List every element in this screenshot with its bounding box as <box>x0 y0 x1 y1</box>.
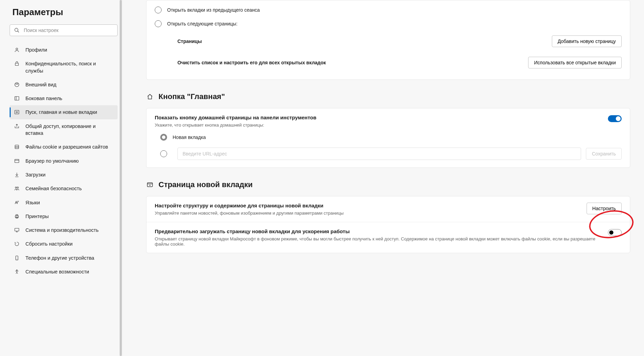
search-input[interactable] <box>24 28 113 33</box>
nav-item-profiles[interactable]: Профили <box>10 43 118 57</box>
svg-line-1 <box>18 31 19 32</box>
search-container[interactable] <box>10 24 118 36</box>
home-button-heading: Кнопка "Главная" <box>146 92 630 101</box>
radio-icon <box>155 7 162 13</box>
nav-item-accessibility[interactable]: Специальные возможности <box>10 265 118 279</box>
nav-item-sidebar[interactable]: Боковая панель <box>10 91 118 105</box>
newtab-customize-button[interactable]: Настроить <box>587 203 622 214</box>
nav-item-privacy[interactable]: Конфиденциальность, поиск и службы <box>10 57 118 78</box>
nav-item-share[interactable]: Общий доступ, копирование и вставка <box>10 119 118 140</box>
nav-item-system[interactable]: Система и производительность <box>10 223 118 237</box>
startup-card: Открыть вкладки из предыдущего сеанса От… <box>146 0 630 80</box>
nav-item-appearance[interactable]: Внешний вид <box>10 78 118 91</box>
power-icon <box>14 109 20 115</box>
settings-nav: Профили Конфиденциальность, поиск и служ… <box>10 43 118 279</box>
accessibility-icon <box>14 269 20 275</box>
home-url-save-button[interactable]: Сохранить <box>586 148 622 160</box>
reset-icon <box>14 241 20 247</box>
show-home-button-toggle[interactable] <box>608 115 622 122</box>
newtab-customize-row: Настройте структуру и содержимое для стр… <box>146 196 630 222</box>
nav-item-family[interactable]: Семейная безопасность <box>10 182 118 195</box>
radio-checked-icon <box>160 134 167 141</box>
download-icon <box>14 172 20 178</box>
home-radio-url-row: Сохранить <box>146 144 630 161</box>
newtab-preload-toggle[interactable] <box>608 229 622 236</box>
search-icon <box>14 28 20 33</box>
appearance-icon <box>14 82 20 88</box>
home-radio-newtab[interactable]: Новая вкладка <box>146 128 630 144</box>
sidebar-icon <box>14 95 20 101</box>
svg-rect-14 <box>15 159 19 162</box>
svg-point-0 <box>15 28 18 31</box>
share-icon <box>14 123 20 129</box>
show-home-button-row: Показать кнопку домашней страницы на пан… <box>146 108 630 128</box>
newtab-icon <box>146 181 154 188</box>
svg-point-17 <box>15 187 17 188</box>
radio-icon <box>155 20 162 27</box>
startup-clear-row: Очистить список и настроить его для всех… <box>146 52 630 73</box>
nav-item-default-browser[interactable]: Браузер по умолчанию <box>10 154 118 168</box>
family-icon <box>14 185 20 192</box>
nav-item-cookies[interactable]: Файлы cookie и разрешения сайтов <box>10 140 118 154</box>
home-button-card: Показать кнопку домашней страницы на пан… <box>146 108 630 168</box>
nav-item-phone[interactable]: Телефон и другие устройства <box>10 251 118 265</box>
svg-rect-9 <box>15 110 19 114</box>
settings-sidebar: Параметры Профили Конфиденциальность, по… <box>0 0 122 356</box>
svg-rect-7 <box>15 97 19 100</box>
nav-item-languages[interactable]: Языки <box>10 196 118 209</box>
language-icon <box>14 199 20 206</box>
browser-icon <box>14 158 20 164</box>
nav-item-downloads[interactable]: Загрузки <box>10 168 118 182</box>
newtab-card: Настройте структуру и содержимое для стр… <box>146 196 630 253</box>
startup-radio-specific-pages[interactable]: Открыть следующие страницы: <box>146 17 630 31</box>
printer-icon <box>14 213 20 219</box>
radio-icon[interactable] <box>160 150 167 157</box>
phone-icon <box>14 255 20 261</box>
settings-title: Параметры <box>12 7 118 18</box>
add-page-button[interactable]: Добавить новую страницу <box>552 35 622 47</box>
newtab-heading: Страница новой вкладки <box>146 180 630 189</box>
home-icon <box>146 93 154 100</box>
newtab-preload-row: Предварительно загружать страницу новой … <box>146 222 630 253</box>
use-open-tabs-button[interactable]: Использовать все открытые вкладки <box>528 57 622 68</box>
home-url-input[interactable] <box>177 148 581 160</box>
nav-item-start[interactable]: Пуск, главная и новые вкладки <box>10 105 118 119</box>
svg-point-2 <box>16 48 18 50</box>
svg-point-10 <box>16 111 18 113</box>
svg-rect-23 <box>15 228 19 231</box>
svg-rect-3 <box>15 63 18 66</box>
person-icon <box>14 47 20 53</box>
svg-point-18 <box>17 187 19 188</box>
monitor-icon <box>14 227 20 233</box>
svg-rect-21 <box>16 215 18 216</box>
svg-point-5 <box>16 84 17 84</box>
nav-item-reset[interactable]: Сбросить настройки <box>10 237 118 251</box>
cookie-icon <box>14 144 20 150</box>
svg-point-6 <box>17 84 18 84</box>
svg-point-4 <box>15 83 19 87</box>
startup-pages-row: Страницы Добавить новую страницу <box>146 31 630 52</box>
startup-radio-previous-session[interactable]: Открыть вкладки из предыдущего сеанса <box>146 3 630 17</box>
main-content-wrap: Открыть вкладки из предыдущего сеанса От… <box>146 0 630 253</box>
settings-main: Открыть вкладки из предыдущего сеанса От… <box>122 0 644 356</box>
lock-icon <box>14 61 20 67</box>
svg-rect-11 <box>15 145 19 149</box>
svg-point-28 <box>17 270 18 271</box>
nav-item-printers[interactable]: Принтеры <box>10 209 118 223</box>
